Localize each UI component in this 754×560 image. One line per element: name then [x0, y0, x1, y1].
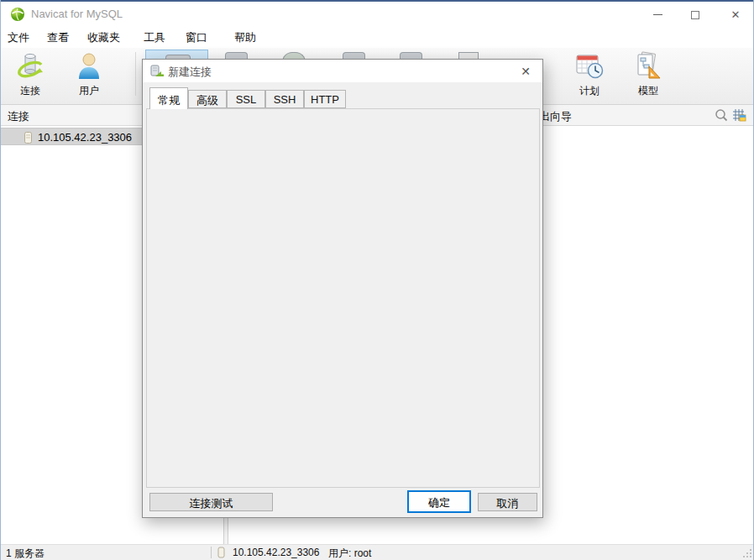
sidebar-header-label: 连接 — [8, 109, 29, 124]
navicat-logo-icon — [10, 7, 25, 22]
menu-view[interactable]: 查看 — [47, 30, 69, 45]
server-icon — [24, 131, 33, 144]
menu-tools[interactable]: 工具 — [144, 30, 165, 45]
menu-file[interactable]: 文件 — [8, 30, 29, 45]
minimize-button[interactable] — [641, 3, 674, 26]
toolbar-separator — [135, 52, 136, 96]
status-server-name: 10.105.42.23_3306 — [233, 547, 319, 558]
connection-icon — [15, 50, 45, 82]
search-icon[interactable] — [714, 107, 729, 123]
cancel-button[interactable]: 取消 — [478, 493, 537, 511]
close-icon: ✕ — [731, 9, 741, 20]
grid-view-icon[interactable] — [731, 107, 746, 123]
export-wizard-partial-label[interactable]: 出向导 — [539, 109, 572, 124]
toolbar-connection-button[interactable]: 连接 — [6, 50, 55, 102]
user-icon — [74, 50, 104, 82]
schedule-icon — [574, 50, 605, 82]
maximize-icon — [691, 11, 699, 19]
menubar: 文件 查看 收藏夹 工具 窗口 帮助 — [1, 26, 754, 48]
toolbar-user-label: 用户 — [65, 84, 113, 98]
dialog-close-button[interactable]: ✕ — [512, 61, 539, 81]
tab-ssh[interactable]: SSH — [265, 90, 304, 108]
maximize-button[interactable] — [678, 3, 712, 26]
dialog-close-icon: ✕ — [521, 65, 531, 78]
dialog-title: 新建连接 — [168, 65, 212, 80]
window-title: Navicat for MySQL — [31, 8, 123, 20]
dialog-connection-icon — [149, 64, 164, 78]
dialog-titlebar[interactable]: 新建连接 ✕ — [143, 60, 542, 82]
status-divider — [211, 547, 212, 558]
close-button[interactable]: ✕ — [719, 3, 752, 26]
test-connection-button[interactable]: 连接测试 — [149, 493, 273, 511]
statusbar: 1 服务器 10.105.42.23_3306 用户: root — [1, 544, 754, 560]
toolbar-model-button[interactable]: 模型 — [624, 50, 673, 102]
new-connection-dialog: 新建连接 ✕ 常规 高级 SSL SSH HTTP 连接名: 主机名或 IP 地… — [142, 59, 543, 518]
menu-favorites[interactable]: 收藏夹 — [87, 30, 120, 45]
ok-button[interactable]: 确定 — [407, 490, 471, 513]
tab-general[interactable]: 常规 — [149, 87, 188, 109]
toolbar-connection-label: 连接 — [6, 84, 55, 98]
menu-help[interactable]: 帮助 — [234, 30, 256, 45]
menu-window[interactable]: 窗口 — [186, 30, 207, 45]
connection-tree-item-label: 10.105.42.23_3306 — [38, 131, 132, 144]
tab-ssl[interactable]: SSL — [227, 90, 265, 108]
status-server-icon — [217, 547, 226, 558]
model-icon — [633, 50, 663, 82]
minimize-icon — [653, 14, 662, 15]
app-window: Navicat for MySQL ✕ 文件 查看 收藏夹 工具 窗口 帮助 连… — [0, 0, 754, 560]
toolbar-model-label: 模型 — [624, 84, 673, 98]
toolbar-user-button[interactable]: 用户 — [65, 50, 113, 102]
status-server-count: 1 服务器 — [6, 547, 45, 560]
toolbar-schedule-label: 计划 — [565, 84, 614, 98]
tab-advanced[interactable]: 高级 — [188, 90, 227, 108]
resize-grip[interactable] — [742, 548, 752, 558]
titlebar[interactable]: Navicat for MySQL ✕ — [1, 2, 754, 26]
tab-content-panel — [146, 108, 540, 488]
toolbar-schedule-button[interactable]: 计划 — [565, 50, 614, 102]
tab-http[interactable]: HTTP — [304, 90, 346, 108]
status-user-info: 用户: root — [328, 547, 371, 560]
